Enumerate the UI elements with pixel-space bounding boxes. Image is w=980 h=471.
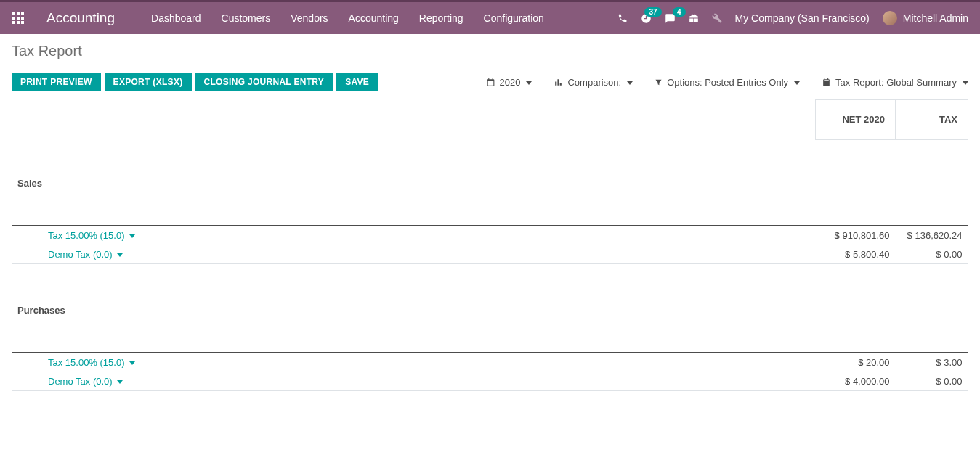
svg-rect-1: [17, 12, 20, 15]
chevron-down-icon: [627, 77, 633, 88]
tax-value: $ 136,620.24: [896, 226, 968, 245]
svg-rect-6: [12, 21, 15, 24]
table-row: Tax 15.00% (15.0) $ 20.00 $ 3.00: [12, 353, 968, 372]
svg-rect-8: [21, 21, 24, 24]
net-value: $ 20.00: [816, 353, 896, 372]
chevron-down-icon: [963, 77, 968, 88]
user-name: Mitchell Admin: [903, 12, 968, 24]
messages-badge: 4: [673, 7, 686, 17]
options-filter[interactable]: Options: Posted Entries Only: [655, 77, 800, 88]
tax-report-table: NET 2020 TAX Sales Tax 15.00% (15.0) $ 9…: [12, 99, 968, 391]
phone-icon[interactable]: [617, 13, 628, 23]
svg-rect-4: [17, 17, 20, 20]
page-title: Tax Report: [12, 43, 968, 60]
chevron-down-icon: [125, 357, 135, 368]
app-brand[interactable]: Accounting: [46, 10, 115, 26]
column-tax: TAX: [896, 100, 968, 140]
nav-accounting[interactable]: Accounting: [349, 12, 399, 24]
table-row: Demo Tax (0.0) $ 4,000.00 $ 0.00: [12, 372, 968, 391]
period-label: 2020: [500, 77, 521, 88]
tax-value: $ 0.00: [896, 245, 968, 264]
svg-rect-5: [21, 17, 24, 20]
control-row: PRINT PREVIEW EXPORT (XLSX) CLOSING JOUR…: [0, 68, 980, 99]
print-preview-button[interactable]: PRINT PREVIEW: [12, 73, 101, 91]
options-label: Options: Posted Entries Only: [667, 77, 788, 88]
chevron-down-icon: [794, 77, 800, 88]
avatar: [883, 11, 897, 25]
chevron-down-icon: [125, 230, 135, 241]
tax-report-filter[interactable]: Tax Report: Global Summary: [822, 77, 968, 88]
header-spacer: [12, 100, 816, 140]
main-navbar: Accounting Dashboard Customers Vendors A…: [0, 2, 980, 34]
svg-rect-2: [21, 12, 24, 15]
gift-icon[interactable]: [689, 13, 699, 23]
report-body: NET 2020 TAX Sales Tax 15.00% (15.0) $ 9…: [0, 99, 980, 420]
activities-badge: 37: [644, 7, 661, 17]
filter-group: 2020 Comparison: Options: Posted Entries…: [486, 77, 968, 88]
net-value: $ 5,800.40: [816, 245, 896, 264]
user-menu[interactable]: Mitchell Admin: [883, 11, 968, 25]
tax-value: $ 0.00: [896, 372, 968, 391]
chevron-down-icon: [526, 77, 532, 88]
tax-value: $ 3.00: [896, 353, 968, 372]
section-title: Sales: [12, 140, 968, 226]
tax-line-link[interactable]: Tax 15.00% (15.0): [48, 357, 135, 368]
nav-configuration[interactable]: Configuration: [484, 12, 544, 24]
period-filter[interactable]: 2020: [486, 77, 532, 88]
save-button[interactable]: SAVE: [336, 73, 378, 91]
svg-rect-0: [12, 12, 15, 15]
nav-reporting[interactable]: Reporting: [419, 12, 463, 24]
net-value: $ 910,801.60: [816, 226, 896, 245]
closing-journal-entry-button[interactable]: CLOSING JOURNAL ENTRY: [195, 73, 333, 91]
tax-report-label: Tax Report: Global Summary: [835, 77, 957, 88]
export-xlsx-button[interactable]: EXPORT (XLSX): [105, 73, 192, 91]
tax-line-link[interactable]: Demo Tax (0.0): [48, 376, 123, 387]
nav-dashboard[interactable]: Dashboard: [151, 12, 201, 24]
activities-icon[interactable]: 37: [641, 13, 652, 24]
section-title: Purchases: [12, 264, 968, 353]
navbar-right: 37 4 My Company (San Francisco) Mitchell…: [617, 11, 968, 25]
nav-menu: Dashboard Customers Vendors Accounting R…: [151, 12, 617, 24]
book-icon: [822, 78, 831, 87]
nav-vendors[interactable]: Vendors: [291, 12, 328, 24]
tax-line-link[interactable]: Tax 15.00% (15.0): [48, 230, 135, 241]
messages-icon[interactable]: 4: [665, 13, 676, 24]
svg-rect-3: [12, 17, 15, 20]
column-net: NET 2020: [816, 100, 896, 140]
section-purchases: Purchases: [12, 264, 968, 353]
page-header: Tax Report: [0, 34, 980, 68]
tax-line-link[interactable]: Demo Tax (0.0): [48, 249, 123, 260]
apps-icon[interactable]: [12, 12, 25, 25]
action-buttons: PRINT PREVIEW EXPORT (XLSX) CLOSING JOUR…: [12, 73, 378, 91]
debug-icon[interactable]: [712, 13, 722, 23]
filter-icon: [655, 78, 663, 86]
comparison-label: Comparison:: [567, 77, 621, 88]
bar-chart-icon: [554, 78, 563, 87]
comparison-filter[interactable]: Comparison:: [554, 77, 633, 88]
chevron-down-icon: [113, 376, 123, 387]
svg-rect-7: [17, 21, 20, 24]
chevron-down-icon: [113, 249, 123, 260]
section-sales: Sales: [12, 140, 968, 226]
net-value: $ 4,000.00: [816, 372, 896, 391]
table-row: Tax 15.00% (15.0) $ 910,801.60 $ 136,620…: [12, 226, 968, 245]
table-row: Demo Tax (0.0) $ 5,800.40 $ 0.00: [12, 245, 968, 264]
nav-customers[interactable]: Customers: [222, 12, 271, 24]
table-header-row: NET 2020 TAX: [12, 100, 968, 140]
company-selector[interactable]: My Company (San Francisco): [735, 12, 870, 24]
calendar-icon: [486, 78, 495, 87]
